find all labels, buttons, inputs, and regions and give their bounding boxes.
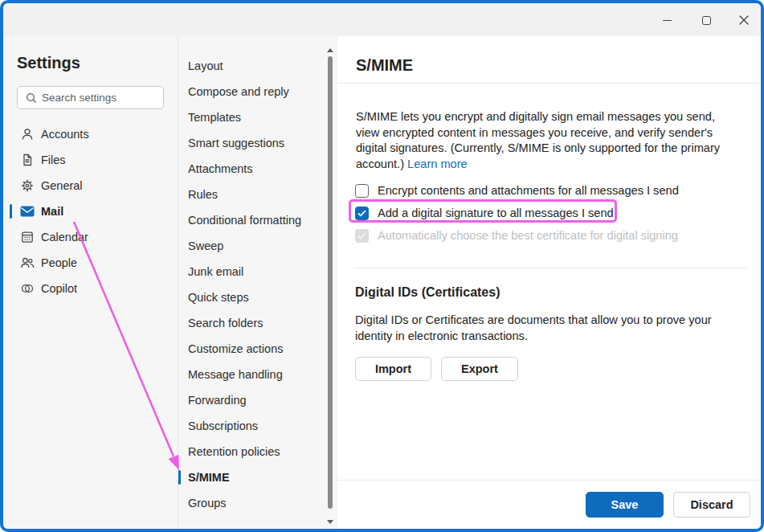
category-layout[interactable]: Layout [178,53,337,79]
save-button[interactable]: Save [586,492,664,518]
search-box[interactable] [17,86,164,109]
category-subscriptions[interactable]: Subscriptions [178,413,337,439]
smime-options: Encrypt contents and attachments for all… [355,179,679,247]
panel-title: S/MIME [356,56,413,75]
mail-envelope-icon [20,204,35,219]
selected-indicator [178,470,181,485]
category-attachments[interactable]: Attachments [178,156,337,182]
category-label: Retention policies [188,445,280,458]
category-customize-actions[interactable]: Customize actions [178,336,337,362]
category-quick-steps[interactable]: Quick steps [178,284,337,310]
sidebar-item-label: Files [41,153,66,166]
digital-signature-checkbox[interactable] [355,207,369,220]
maximize-icon [702,16,711,25]
checkbox-label: Encrypt contents and attachments for all… [378,184,679,197]
encrypt-checkbox[interactable] [355,184,369,198]
category-label: Rules [188,188,218,201]
search-icon [26,92,37,104]
category-rules[interactable]: Rules [178,182,337,207]
category-label: S/MIME [188,471,230,484]
checkbox-label: Automatically choose the best certificat… [378,229,678,242]
scroll-up-arrow-icon[interactable] [327,48,333,52]
category-label: Message handling [188,368,283,381]
category-junk-email[interactable]: Junk email [178,259,337,284]
scrollbar-thumb[interactable] [328,56,333,509]
category-label: Layout [188,59,223,72]
search-input[interactable] [42,92,154,104]
close-icon [739,15,749,25]
category-forwarding[interactable]: Forwarding [178,387,337,413]
category-label: Smart suggestions [188,137,284,149]
sidebar-item-people[interactable]: People [3,250,178,276]
calendar-icon [20,230,35,244]
minimize-icon [663,20,672,21]
category-search-folders[interactable]: Search folders [178,310,337,336]
sidebar-item-label: General [41,179,83,192]
category-compose-and-reply[interactable]: Compose and reply [178,79,337,104]
sidebar-item-label: People [41,256,77,269]
category-label: Conditional formatting [188,214,301,227]
digital-ids-actions: Import Export [355,357,518,381]
category-label: Subscriptions [188,419,258,432]
category-retention-policies[interactable]: Retention policies [178,439,337,464]
export-button[interactable]: Export [441,357,518,381]
sidebar-item-copilot[interactable]: Copilot [3,276,178,301]
category-smart-suggestions[interactable]: Smart suggestions [178,130,337,156]
sidebar-item-label: Mail [41,205,63,218]
category-label: Sweep [188,239,223,252]
sidebar-item-mail[interactable]: Mail [3,198,178,224]
gear-icon [20,178,35,193]
checkmark-icon [357,210,366,217]
import-button[interactable]: Import [355,357,431,381]
person-icon [20,127,35,141]
minimize-button[interactable] [657,10,676,30]
category-label: Templates [188,111,241,124]
section-divider [353,268,747,268]
category-label: Compose and reply [188,85,289,98]
selected-indicator [10,204,12,219]
document-icon [20,153,35,167]
category-label: Attachments [188,162,253,175]
page-title: Settings [17,54,178,72]
category-label: Groups [188,497,227,509]
panel-footer: Save Discard [337,480,761,529]
checkmark-icon [357,232,366,239]
category-scrollbar[interactable] [325,36,336,529]
category-label: Quick steps [188,291,249,304]
digital-ids-description: Digital IDs or Certificates are document… [355,313,718,344]
category-message-handling[interactable]: Message handling [178,362,337,387]
sidebar-item-general[interactable]: General [3,173,178,198]
category-label: Junk email [188,265,243,278]
scroll-down-arrow-icon[interactable] [327,520,333,524]
panel-header: S/MIME [337,36,761,84]
category-groups[interactable]: Groups [178,490,337,516]
copilot-icon [20,281,35,296]
sidebar-item-accounts[interactable]: Accounts [3,121,178,147]
digital-ids-title: Digital IDs (Certificates) [355,285,500,300]
category-sweep[interactable]: Sweep [178,233,337,259]
auto-certificate-checkbox [355,229,369,243]
category-label: Search folders [188,317,264,329]
smime-description: S/MIME lets you encrypt and digitally si… [356,109,733,172]
settings-window: Settings Accounts Files [0,0,764,532]
mail-categories-list: Layout Compose and reply Templates Smart… [178,36,337,529]
maximize-button[interactable] [697,10,716,30]
checkbox-row-digital-signature: Add a digital signature to all messages … [355,202,679,224]
category-templates[interactable]: Templates [178,104,337,130]
title-bar [3,3,761,36]
category-conditional-formatting[interactable]: Conditional formatting [178,207,337,233]
sidebar-nav: Accounts Files General Mail [3,121,178,301]
learn-more-link[interactable]: Learn more [407,158,468,170]
settings-sidebar: Settings Accounts Files [3,36,178,529]
category-label: Customize actions [188,342,283,355]
discard-button[interactable]: Discard [673,492,750,518]
checkbox-label: Add a digital signature to all messages … [378,207,614,219]
sidebar-item-calendar[interactable]: Calendar [3,224,178,250]
sidebar-item-label: Copilot [41,282,77,295]
sidebar-item-files[interactable]: Files [3,147,178,173]
checkbox-row-encrypt: Encrypt contents and attachments for all… [355,179,679,202]
close-button[interactable] [734,10,754,30]
category-label: Forwarding [188,394,247,407]
sidebar-item-label: Calendar [41,231,88,243]
category-smime[interactable]: S/MIME [178,464,337,490]
